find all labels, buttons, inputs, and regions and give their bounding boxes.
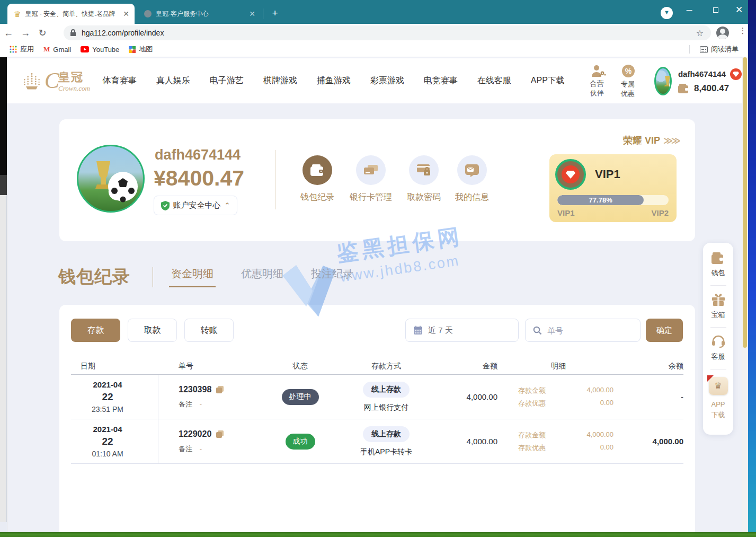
- sidebar-item-app-download[interactable]: ♛ APP下载: [709, 377, 728, 420]
- nav-item-live[interactable]: 真人娱乐: [156, 75, 190, 86]
- nav-item-cards[interactable]: 棋牌游戏: [263, 75, 297, 86]
- youtube-icon: [81, 46, 89, 52]
- wallet-section-head: 钱包纪录 资金明细 优惠明细 投注纪录: [58, 265, 381, 289]
- background-window-footer: [0, 522, 7, 533]
- tab-title: 皇冠 - 安全、简单、快捷.老品牌: [25, 10, 119, 19]
- globe-favicon: [144, 10, 152, 17]
- sidebar-item-wallet[interactable]: 钱包: [711, 252, 725, 278]
- filter-withdraw-button[interactable]: 取款: [128, 319, 177, 342]
- nav-item-esports[interactable]: 电竞赛事: [424, 75, 458, 86]
- maps-icon: [129, 46, 136, 53]
- cell-status: 处理中: [262, 389, 339, 405]
- browser-tab-inactive[interactable]: 皇冠-客户服务中心 ✕: [138, 4, 261, 24]
- vip-progress-fill: 77.78%: [557, 195, 644, 205]
- vip-gem-icon[interactable]: [730, 68, 742, 80]
- chevrons-right-icon: ≫≫: [663, 135, 679, 146]
- new-tab-button[interactable]: +: [268, 6, 282, 20]
- method-tag: 线上存款: [363, 426, 410, 442]
- browser-tab-active[interactable]: ♛ 皇冠 - 安全、简单、快捷.老品牌 ✕: [7, 4, 135, 24]
- nav-item-lottery[interactable]: 彩票游戏: [370, 75, 404, 86]
- bank-cards-icon: [356, 155, 386, 185]
- profile-avatar[interactable]: [77, 145, 145, 213]
- wallet-records-icon: [303, 155, 332, 185]
- cell-date: 2021-04 22 01:10 AM: [71, 419, 158, 463]
- date-range-picker[interactable]: 近 7 天: [405, 319, 519, 342]
- col-order: 单号: [158, 362, 262, 371]
- order-search-input[interactable]: [547, 326, 627, 335]
- bookmark-star-icon[interactable]: ☆: [696, 28, 704, 38]
- nav-item-slots[interactable]: 电子游艺: [210, 75, 244, 86]
- col-method: 存款方式: [339, 362, 434, 371]
- bookmark-gmail[interactable]: M Gmail: [43, 45, 71, 54]
- bookmark-maps[interactable]: 地图: [129, 45, 153, 54]
- order-search-box[interactable]: [525, 319, 641, 342]
- site-logo[interactable]: C 皇冠 Crown.com: [21, 69, 90, 93]
- nav-item-app[interactable]: APP下载: [531, 75, 565, 86]
- back-icon[interactable]: ←: [0, 28, 17, 39]
- tab-close-icon[interactable]: ✕: [123, 10, 129, 18]
- promo-link[interactable]: % 专属优惠: [621, 64, 636, 99]
- page-scrollbar[interactable]: [742, 57, 748, 533]
- user-avatar[interactable]: [654, 67, 672, 95]
- copy-icon[interactable]: [216, 430, 224, 438]
- vip-level: VIP1: [595, 168, 620, 181]
- nav-item-service[interactable]: 在线客服: [477, 75, 511, 86]
- site-header: C 皇冠 Crown.com 体育赛事 真人娱乐 电子游艺 棋牌游戏 捕鱼游戏 …: [7, 58, 742, 103]
- browser-menu-icon[interactable]: ⋮: [737, 26, 748, 36]
- sidebar-item-treasure[interactable]: 宝箱: [711, 293, 725, 320]
- desktop-grass-strip: [0, 532, 756, 537]
- cell-method: 线上存款 网上银行支付: [339, 382, 434, 412]
- divider: [153, 267, 153, 287]
- maximize-button[interactable]: [704, 0, 728, 20]
- tab-promo-detail[interactable]: 优惠明细: [241, 267, 283, 287]
- vip-card: VIP1 77.78% VIP1 VIP2: [549, 154, 677, 222]
- lock-icon: [70, 29, 76, 37]
- bookmark-youtube[interactable]: YouTube: [81, 46, 119, 54]
- nav-item-fishing[interactable]: 捕鱼游戏: [317, 75, 351, 86]
- background-window-gray: [0, 175, 7, 195]
- background-window-sliver: [0, 57, 7, 533]
- url-field[interactable]: hga112.com/profile/index ☆: [64, 25, 711, 40]
- minimize-button[interactable]: ─: [677, 0, 701, 20]
- tab-bet-records[interactable]: 投注纪录: [311, 267, 353, 287]
- honor-vip-link[interactable]: 荣耀 VIP ≫≫: [623, 134, 679, 147]
- tab-title: 皇冠-客户服务中心: [156, 10, 245, 19]
- partner-link[interactable]: 合营伙伴: [590, 64, 606, 98]
- copy-icon[interactable]: [216, 385, 224, 394]
- filter-transfer-button[interactable]: 转账: [184, 319, 234, 342]
- chevron-up-icon: ⌃: [225, 201, 230, 209]
- shield-icon: [161, 201, 170, 210]
- filter-deposit-button[interactable]: 存款: [71, 319, 120, 342]
- close-button[interactable]: ✕: [727, 0, 751, 20]
- percent-badge-icon: %: [621, 64, 636, 78]
- confirm-button[interactable]: 确定: [646, 319, 683, 342]
- reading-list-button[interactable]: 阅读清单: [700, 45, 739, 54]
- gmail-icon: M: [43, 45, 50, 54]
- quicklink-my-info[interactable]: 我的信息: [443, 155, 501, 203]
- refresh-icon[interactable]: ↻: [34, 27, 51, 39]
- url-text: hga112.com/profile/index: [82, 29, 164, 37]
- background-window-light: [0, 195, 7, 522]
- status-badge: 处理中: [282, 389, 319, 405]
- sidebar-item-service[interactable]: 客服: [711, 335, 725, 362]
- browser-avatar-icon[interactable]: [716, 27, 729, 39]
- quicklink-wallet-records[interactable]: 钱包纪录: [288, 155, 346, 203]
- nav-item-sports[interactable]: 体育赛事: [103, 75, 137, 86]
- logo-letter: C: [45, 72, 59, 90]
- reading-list-label: 阅读清单: [711, 45, 739, 54]
- records-table: 日期 单号 状态 存款方式 金额 明细 余额 2021-04 22 23:51 …: [71, 358, 683, 464]
- cell-detail: 存款金额 4,000.00 存款优惠 0.00: [497, 430, 619, 453]
- cell-amount: 4,000.00: [434, 437, 497, 446]
- cell-method: 线上存款 手机APP卡转卡: [339, 426, 434, 457]
- header-user-info: dafh4674144 8,400.47: [678, 68, 742, 94]
- browser-profile-badge[interactable]: ▼: [661, 7, 673, 19]
- quicklink-bank-cards[interactable]: 银行卡管理: [342, 155, 400, 203]
- sidebar-label: 钱包: [711, 268, 725, 278]
- bookmark-apps[interactable]: 应用: [10, 45, 34, 54]
- security-center-button[interactable]: 账户安全中心 ⌃: [154, 196, 237, 215]
- forward-icon[interactable]: →: [17, 28, 34, 39]
- scrollbar-thumb[interactable]: [743, 57, 747, 348]
- tab-close-icon[interactable]: ✕: [249, 10, 255, 18]
- background-window-dark: [0, 57, 7, 175]
- tab-funds-detail[interactable]: 资金明细: [171, 267, 214, 287]
